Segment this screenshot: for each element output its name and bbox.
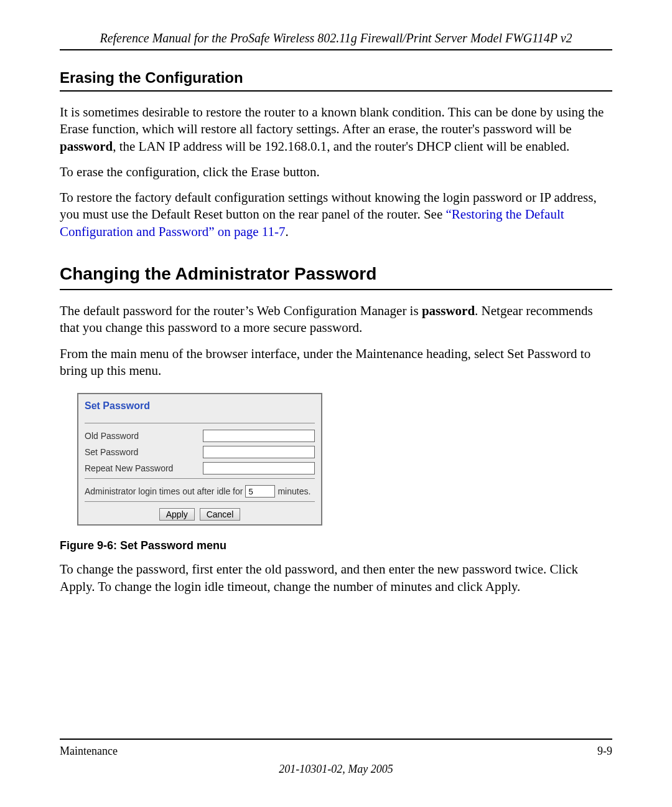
form-row-set-password: Set Password <box>85 446 315 458</box>
apply-button[interactable]: Apply <box>159 508 195 521</box>
repeat-password-label: Repeat New Password <box>85 463 203 473</box>
timeout-pre-text: Administrator login times out after idle… <box>85 486 243 496</box>
text: The default password for the router’s We… <box>60 303 422 318</box>
panel-title: Set Password <box>85 400 315 412</box>
body-paragraph: To erase the configuration, click the Er… <box>60 164 612 181</box>
footer-docid: 201-10301-02, May 2005 <box>60 763 612 776</box>
section-heading-changing-password: Changing the Administrator Password <box>60 264 612 284</box>
bold-text: password <box>422 303 475 318</box>
body-paragraph: It is sometimes desirable to restore the… <box>60 104 612 155</box>
form-row-repeat-password: Repeat New Password <box>85 462 315 474</box>
section-rule <box>60 90 612 92</box>
panel-divider <box>85 423 315 423</box>
figure-set-password: Set Password Old Password Set Password R… <box>77 393 612 526</box>
set-password-panel: Set Password Old Password Set Password R… <box>77 393 322 526</box>
panel-divider <box>85 501 315 502</box>
text: . <box>286 224 289 239</box>
form-row-old-password: Old Password <box>85 430 315 442</box>
repeat-password-input[interactable] <box>203 462 315 474</box>
idle-timeout-row: Administrator login times out after idle… <box>85 485 315 498</box>
text: , the LAN IP address will be 192.168.0.1… <box>113 139 569 154</box>
section-heading-erasing: Erasing the Configuration <box>60 69 612 87</box>
figure-caption: Figure 9-6: Set Password menu <box>60 539 612 552</box>
body-paragraph: The default password for the router’s We… <box>60 303 612 337</box>
panel-button-row: Apply Cancel <box>85 508 315 521</box>
panel-divider <box>85 478 315 479</box>
idle-timeout-input[interactable] <box>245 485 275 498</box>
section-rule <box>60 289 612 290</box>
timeout-post-text: minutes. <box>278 486 310 496</box>
cancel-button[interactable]: Cancel <box>200 508 241 521</box>
set-password-label: Set Password <box>85 447 203 457</box>
body-paragraph: To restore the factory default configura… <box>60 189 612 240</box>
header-rule <box>60 49 612 50</box>
footer-page-number: 9-9 <box>597 745 612 758</box>
body-paragraph: To change the password, first enter the … <box>60 561 612 595</box>
page-footer: Maintenance 9-9 201-10301-02, May 2005 <box>60 739 612 776</box>
text: It is sometimes desirable to restore the… <box>60 105 604 136</box>
set-password-input[interactable] <box>203 446 315 458</box>
body-paragraph: From the main menu of the browser interf… <box>60 346 612 380</box>
footer-rule <box>60 739 612 740</box>
old-password-input[interactable] <box>203 430 315 442</box>
bold-text: password <box>60 139 113 154</box>
running-header: Reference Manual for the ProSafe Wireles… <box>60 31 612 45</box>
old-password-label: Old Password <box>85 431 203 441</box>
footer-chapter: Maintenance <box>60 745 118 758</box>
